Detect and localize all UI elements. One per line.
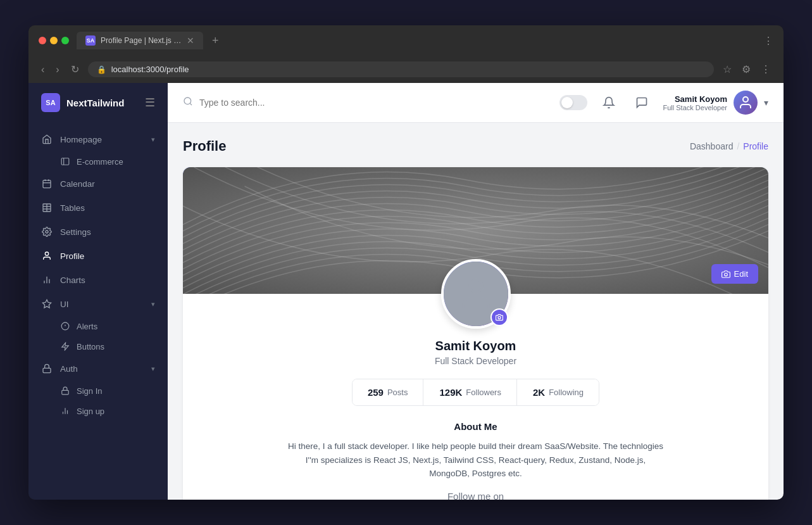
svg-point-30 bbox=[470, 280, 482, 293]
sidebar-item-settings[interactable]: Settings bbox=[28, 220, 168, 244]
topbar: Samit Koyom Full Stack Developer bbox=[168, 83, 784, 123]
signin-label: Sign In bbox=[77, 386, 102, 396]
ecommerce-icon bbox=[60, 156, 70, 167]
svg-point-25 bbox=[184, 98, 191, 104]
brand-name: NextTailwind bbox=[66, 98, 124, 108]
svg-rect-2 bbox=[43, 180, 51, 188]
minimize-button[interactable] bbox=[50, 37, 58, 44]
browser-navbar: ‹ › ↻ 🔒 localhost:3000/profile ☆ ⚙ ⋮ bbox=[28, 56, 784, 83]
signup-icon bbox=[60, 406, 70, 416]
more-options-button[interactable]: ⋮ bbox=[758, 61, 773, 78]
edit-button-label: Edit bbox=[734, 269, 748, 279]
calendar-label: Calendar bbox=[60, 179, 95, 189]
user-info[interactable]: Samit Koyom Full Stack Developer bbox=[663, 91, 769, 115]
new-tab-button[interactable]: + bbox=[208, 33, 223, 49]
breadcrumb: Dashboard / Profile bbox=[690, 141, 768, 151]
page-title: Profile bbox=[183, 138, 226, 155]
bookmark-button[interactable]: ☆ bbox=[720, 61, 734, 78]
svg-point-27 bbox=[743, 97, 748, 102]
sidebar-item-buttons[interactable]: Buttons bbox=[28, 336, 168, 357]
settings-icon bbox=[41, 226, 53, 237]
about-section: About Me Hi there, I a full stack develo… bbox=[198, 421, 753, 500]
back-button[interactable]: ‹ bbox=[39, 62, 47, 77]
settings-label: Settings bbox=[60, 227, 91, 237]
search-icon bbox=[183, 96, 193, 109]
sidebar-item-tables[interactable]: Tables bbox=[28, 196, 168, 220]
tables-label: Tables bbox=[60, 203, 85, 213]
camera-button[interactable] bbox=[490, 308, 508, 326]
sidebar-header: SA NextTailwind ☰ bbox=[28, 83, 168, 122]
sidebar-item-profile[interactable]: Profile bbox=[28, 244, 168, 268]
sidebar-item-calendar[interactable]: Calendar bbox=[28, 172, 168, 196]
app-container: SA NextTailwind ☰ Homepage ▾ bbox=[28, 83, 784, 500]
charts-label: Charts bbox=[60, 275, 85, 285]
tab-close-icon[interactable]: ✕ bbox=[187, 35, 194, 46]
tables-icon bbox=[41, 202, 53, 213]
sidebar-item-signup[interactable]: Sign up bbox=[28, 401, 168, 421]
address-bar[interactable]: 🔒 localhost:3000/profile bbox=[88, 61, 714, 77]
browser-window: SA Profile Page | Next.js E-com... ✕ + ⋮… bbox=[28, 25, 784, 500]
lock-icon: 🔒 bbox=[97, 65, 106, 74]
svg-line-26 bbox=[190, 103, 192, 105]
profile-nav-label: Profile bbox=[60, 251, 84, 261]
sidebar-item-charts[interactable]: Charts bbox=[28, 268, 168, 292]
sidebar-item-ui[interactable]: UI ▾ bbox=[28, 292, 168, 316]
following-count: 2K bbox=[533, 387, 545, 398]
profile-icon[interactable]: ⋮ bbox=[763, 35, 773, 47]
auth-label: Auth bbox=[60, 364, 78, 374]
home-icon bbox=[41, 134, 53, 145]
sidebar-nav: Homepage ▾ E-commerce bbox=[28, 122, 168, 500]
maximize-button[interactable] bbox=[61, 37, 69, 44]
auth-chevron-icon: ▾ bbox=[151, 365, 155, 373]
forward-button[interactable]: › bbox=[53, 62, 61, 77]
posts-count: 259 bbox=[368, 387, 384, 398]
profile-role: Full Stack Developer bbox=[435, 356, 516, 366]
profile-card: Edit bbox=[183, 167, 768, 500]
svg-rect-0 bbox=[61, 158, 69, 165]
followers-label: Followers bbox=[466, 388, 501, 397]
refresh-button[interactable]: ↻ bbox=[68, 62, 82, 77]
sidebar-item-signin[interactable]: Sign In bbox=[28, 381, 168, 401]
ecommerce-label: E-commerce bbox=[77, 157, 123, 167]
notifications-button[interactable] bbox=[597, 91, 620, 114]
svg-rect-21 bbox=[62, 390, 69, 394]
sidebar-item-alerts[interactable]: Alerts bbox=[28, 316, 168, 336]
sidebar-item-auth[interactable]: Auth ▾ bbox=[28, 357, 168, 381]
profile-body: Samit Koyom Full Stack Developer 259 Pos… bbox=[183, 294, 768, 500]
svg-rect-20 bbox=[43, 368, 51, 372]
posts-label: Posts bbox=[387, 388, 408, 397]
sidebar-item-homepage[interactable]: Homepage ▾ bbox=[28, 127, 168, 151]
breadcrumb-separator: / bbox=[737, 141, 739, 151]
stat-followers: 129K Followers bbox=[424, 379, 516, 405]
page-content: Profile Dashboard / Profile bbox=[168, 123, 784, 500]
edit-button[interactable]: Edit bbox=[711, 264, 758, 284]
svg-point-29 bbox=[724, 273, 727, 276]
extensions-button[interactable]: ⚙ bbox=[739, 61, 753, 78]
homepage-label: Homepage bbox=[60, 135, 102, 144]
browser-titlebar: SA Profile Page | Next.js E-com... ✕ + ⋮ bbox=[28, 25, 784, 56]
main-content: Samit Koyom Full Stack Developer bbox=[168, 83, 784, 500]
user-chevron-icon: ▾ bbox=[764, 98, 768, 108]
avatar-wrapper bbox=[441, 259, 511, 329]
dark-mode-toggle[interactable] bbox=[559, 95, 587, 110]
auth-icon bbox=[41, 363, 53, 374]
active-tab[interactable]: SA Profile Page | Next.js E-com... ✕ bbox=[77, 32, 203, 49]
followers-count: 129K bbox=[439, 387, 462, 398]
svg-marker-19 bbox=[62, 343, 69, 350]
messages-button[interactable] bbox=[630, 91, 653, 114]
alerts-label: Alerts bbox=[77, 322, 97, 331]
breadcrumb-parent[interactable]: Dashboard bbox=[690, 141, 734, 151]
svg-point-31 bbox=[498, 317, 501, 319]
ui-icon bbox=[41, 298, 53, 310]
close-button[interactable] bbox=[39, 37, 46, 44]
ui-chevron-icon: ▾ bbox=[151, 300, 155, 308]
tab-title: Profile Page | Next.js E-com... bbox=[101, 36, 182, 45]
search-input[interactable] bbox=[199, 98, 549, 108]
charts-icon bbox=[41, 274, 53, 286]
window-controls bbox=[39, 37, 69, 44]
sidebar-item-ecommerce[interactable]: E-commerce bbox=[28, 151, 168, 172]
buttons-label: Buttons bbox=[77, 342, 104, 351]
user-name: Samit Koyom bbox=[663, 94, 728, 104]
hamburger-button[interactable]: ☰ bbox=[145, 96, 155, 110]
signin-icon bbox=[60, 386, 70, 396]
